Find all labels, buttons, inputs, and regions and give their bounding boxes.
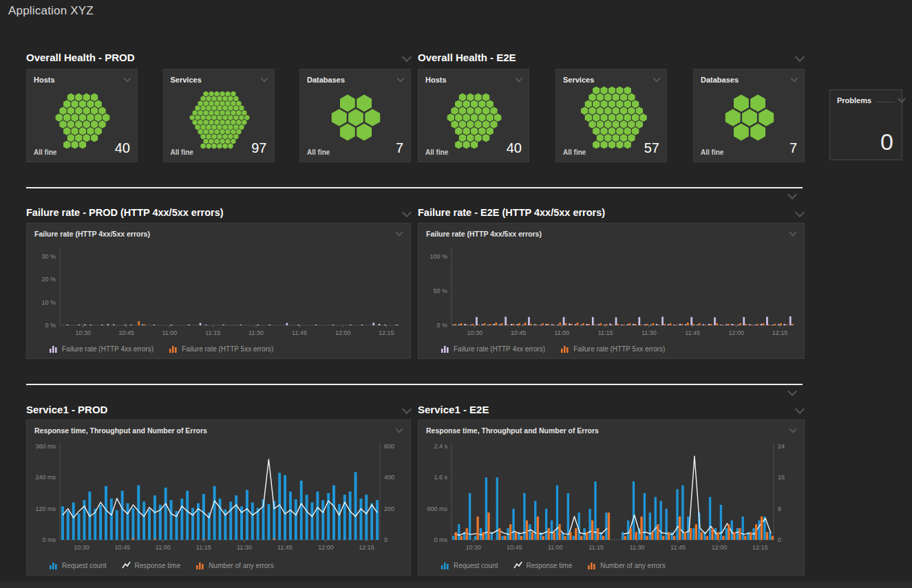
chart-title: Failure rate (HTTP 4xx/5xx errors) — [34, 230, 150, 238]
chevron-down-icon[interactable] — [653, 74, 660, 82]
svg-text:12:00: 12:00 — [318, 544, 334, 551]
section-header-health-prod: Overall Health - PROD — [26, 50, 410, 65]
chevron-down-icon[interactable] — [402, 404, 412, 414]
svg-text:11:30: 11:30 — [641, 329, 657, 336]
legend-item[interactable]: Number of any errors — [587, 561, 665, 569]
section-header-failure-e2e: Failure rate - E2E (HTTP 4xx/5xx errors) — [418, 205, 803, 220]
svg-text:10 %: 10 % — [41, 299, 56, 306]
svg-text:11:45: 11:45 — [292, 329, 307, 336]
svg-text:11:00: 11:00 — [548, 544, 563, 551]
problems-tile[interactable]: Problems 0 — [829, 89, 902, 160]
svg-text:10:30: 10:30 — [74, 544, 89, 551]
svg-text:600: 600 — [384, 443, 394, 450]
failure-rate-chart[interactable]: 0 %10 %20 %30 %10:3010:4511:0011:1511:30… — [27, 243, 410, 339]
svg-text:11:15: 11:15 — [598, 329, 613, 336]
chevron-down-icon[interactable] — [795, 404, 805, 414]
legend-label: Failure rate (HTTP 5xx errors) — [573, 345, 665, 353]
legend-item[interactable]: Number of any errors — [195, 561, 273, 569]
failure-rate-prod-tile[interactable]: Failure rate (HTTP 4xx/5xx errors) 0 %10… — [26, 223, 411, 359]
chevron-down-icon[interactable] — [396, 74, 404, 82]
health-tile-hosts-prod[interactable]: Hosts All fine40 — [26, 69, 138, 162]
chart-title: Response time, Throughput and Number of … — [34, 426, 207, 435]
svg-text:8: 8 — [778, 505, 781, 512]
svg-text:400: 400 — [384, 474, 394, 481]
section-title: Service1 - PROD — [26, 404, 107, 415]
chevron-down-icon[interactable] — [402, 208, 412, 217]
svg-text:11:15: 11:15 — [196, 544, 211, 551]
chevron-down-icon[interactable] — [789, 425, 796, 433]
section-title: Overall Health - E2E — [418, 52, 516, 63]
health-tile-databases-prod[interactable]: Databases All fine7 — [299, 69, 411, 162]
tile-status: All fine — [34, 149, 56, 156]
svg-text:200: 200 — [384, 505, 394, 512]
svg-text:11:30: 11:30 — [237, 544, 252, 551]
tile-title: Problems — [837, 96, 871, 105]
bar-series-icon — [441, 561, 449, 569]
chevron-down-icon[interactable] — [395, 425, 403, 433]
svg-text:800 ms: 800 ms — [427, 505, 447, 512]
legend-item[interactable]: Failure rate (HTTP 4xx errors) — [49, 345, 153, 353]
legend-item[interactable]: Failure rate (HTTP 4xx errors) — [441, 345, 545, 353]
svg-text:1.6 s: 1.6 s — [434, 474, 447, 481]
tile-status: All fine — [307, 149, 330, 156]
bar-series-icon — [49, 345, 58, 353]
section-header-failure-prod: Failure rate - PROD (HTTP 4xx/5xx errors… — [26, 205, 410, 220]
legend-item[interactable]: Response time — [513, 561, 573, 569]
section-divider — [26, 187, 803, 188]
health-tile-hosts-e2e[interactable]: Hosts All fine40 — [418, 69, 529, 162]
svg-text:12:15: 12:15 — [379, 329, 394, 336]
svg-text:10:30: 10:30 — [467, 329, 483, 336]
tile-status: All fine — [563, 149, 586, 156]
service1-e2e-tile[interactable]: Response time, Throughput and Number of … — [418, 420, 805, 576]
svg-text:10:45: 10:45 — [511, 329, 527, 336]
svg-text:10:45: 10:45 — [114, 544, 130, 551]
section-title: Failure rate - E2E (HTTP 4xx/5xx errors) — [418, 207, 605, 218]
chevron-down-icon[interactable] — [795, 208, 805, 217]
svg-text:11:15: 11:15 — [205, 329, 220, 336]
line-series-icon — [122, 561, 131, 569]
legend-label: Number of any errors — [209, 562, 273, 569]
chevron-down-icon[interactable] — [787, 386, 797, 396]
legend-label: Failure rate (HTTP 4xx errors) — [454, 345, 545, 353]
section-header-health-e2e: Overall Health - E2E — [418, 50, 803, 65]
health-tile-services-e2e[interactable]: Services All fine57 — [555, 69, 667, 162]
svg-text:11:45: 11:45 — [670, 544, 686, 551]
failure-rate-chart[interactable]: 0 %50 %100 %10:3010:4511:0011:1511:3011:… — [418, 243, 804, 339]
failure-rate-e2e-tile[interactable]: Failure rate (HTTP 4xx/5xx errors) 0 %50… — [418, 223, 805, 359]
service-metrics-chart[interactable]: 0 ms800 ms1.6 s2.4 s08162410:3010:4511:0… — [418, 439, 804, 554]
legend-item[interactable]: Failure rate (HTTP 5xx errors) — [169, 345, 273, 353]
health-tile-databases-e2e[interactable]: Databases All fine7 — [693, 69, 805, 162]
svg-text:10:45: 10:45 — [507, 544, 522, 551]
chart-legend: Request countResponse timeNumber of any … — [441, 561, 666, 569]
chevron-down-icon[interactable] — [790, 74, 798, 82]
svg-text:12:00: 12:00 — [335, 329, 351, 336]
chart-legend: Request countResponse timeNumber of any … — [49, 561, 274, 569]
service1-prod-tile[interactable]: Response time, Throughput and Number of … — [26, 420, 411, 576]
chevron-down-icon[interactable] — [260, 74, 268, 82]
chevron-down-icon[interactable] — [515, 74, 522, 82]
svg-text:120 ms: 120 ms — [35, 505, 56, 512]
chevron-down-icon[interactable] — [795, 52, 805, 62]
tile-status: All fine — [701, 149, 723, 156]
tile-count: 57 — [644, 140, 659, 156]
chevron-down-icon[interactable] — [789, 228, 796, 236]
chevron-down-icon[interactable] — [123, 74, 131, 82]
legend-item[interactable]: Response time — [122, 561, 181, 569]
svg-text:12:00: 12:00 — [712, 544, 728, 551]
tile-title: Hosts — [425, 76, 447, 84]
tile-title: Databases — [701, 76, 739, 84]
svg-text:11:15: 11:15 — [588, 544, 604, 551]
chevron-down-icon[interactable] — [402, 52, 412, 62]
health-tile-services-prod[interactable]: Services All fine97 — [163, 69, 275, 162]
legend-item[interactable]: Request count — [441, 561, 498, 569]
health-tiles-e2e: Hosts All fine40 Services All fine57 Dat… — [418, 69, 805, 162]
svg-text:11:00: 11:00 — [156, 544, 171, 551]
chevron-down-icon[interactable] — [395, 228, 403, 236]
chevron-down-icon[interactable] — [898, 95, 905, 102]
section-title: Overall Health - PROD — [26, 52, 135, 63]
chevron-down-icon[interactable] — [787, 190, 797, 199]
tile-count: 40 — [507, 140, 522, 156]
legend-item[interactable]: Failure rate (HTTP 5xx errors) — [560, 345, 665, 353]
legend-item[interactable]: Request count — [49, 561, 107, 569]
service-metrics-chart[interactable]: 0 ms120 ms240 ms360 ms020040060010:3010:… — [27, 439, 410, 554]
